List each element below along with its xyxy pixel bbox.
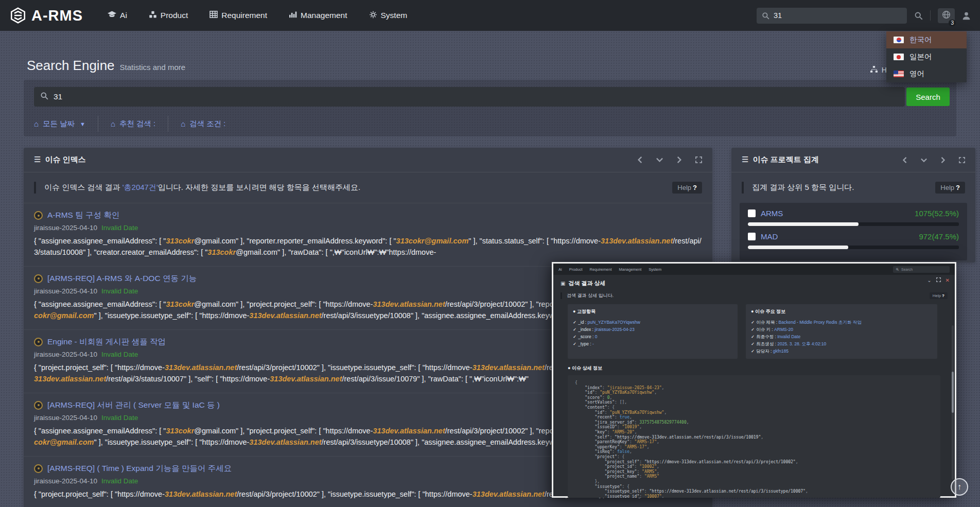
app-logo[interactable]: A-RMS: [9, 7, 83, 24]
help-badge[interactable]: Help?: [935, 182, 965, 194]
menu-item-management[interactable]: Management: [289, 11, 347, 20]
search-button[interactable]: Search: [906, 88, 950, 106]
result-item: A-RMS 팀 구성 확인 jiraissue-2025-04-10Invali…: [24, 203, 712, 266]
issue-type-icon: [34, 464, 43, 473]
panel-title: ● 이슈 주요 정보: [751, 308, 932, 315]
chevron-right-icon[interactable]: [940, 157, 946, 163]
lang-item-korean[interactable]: 한국어: [886, 31, 967, 48]
project-label[interactable]: MAD: [761, 232, 778, 241]
field-row: ✓담당자 : gkfn185: [751, 347, 932, 355]
sitemap-icon: [870, 66, 878, 74]
issue-type-icon: [34, 274, 43, 283]
filter-all-dates[interactable]: ⌂ 모든 날짜 ▼: [34, 116, 98, 132]
expand-icon[interactable]: [936, 277, 941, 283]
result-count: '총2047건': [122, 183, 158, 191]
menu-item-product[interactable]: Product: [149, 11, 188, 21]
modal-controls: ⌄ ✕: [927, 277, 950, 283]
menu-label: Requirement: [221, 11, 267, 20]
menu-label: Ai: [120, 11, 127, 20]
main-menu: Ai Product Requirement Management: [108, 11, 407, 21]
search-icon[interactable]: [914, 11, 923, 20]
question-mark-icon: ?: [942, 293, 944, 298]
checkbox[interactable]: [748, 233, 756, 240]
result-title[interactable]: [ARMS-REQ] ( Time ) Expand 기능을 만들어 주세요: [47, 463, 232, 474]
cubes-icon: [149, 11, 157, 21]
page-title: Search Engine: [27, 58, 115, 74]
menu-label: Management: [301, 11, 347, 20]
top-navbar: A-RMS Ai Product Requirement: [0, 0, 980, 31]
lang-item-japanese[interactable]: 일본어: [886, 48, 967, 65]
navbar-right: 3: [757, 8, 971, 24]
modal-message: 검색 결과 상세 입니다. Help?: [561, 292, 948, 299]
panel-title: ● 고정항목: [573, 308, 732, 315]
result-meta: jiraissue-2025-04-10Invalid Date: [34, 224, 702, 232]
message-accent-bar: [742, 182, 744, 194]
menu-item-ai[interactable]: Ai: [108, 11, 127, 21]
project-label[interactable]: ARMS: [761, 209, 783, 218]
message-text: 이슈 인덱스 검색 결과 '총2047건'입니다. 자세한 정보를 보시려면 해…: [44, 183, 360, 193]
scrollbar-thumb[interactable]: [952, 372, 954, 413]
checkbox[interactable]: [748, 209, 756, 217]
main-search-input[interactable]: [54, 92, 899, 101]
date-status: Invalid Date: [101, 351, 138, 358]
result-title[interactable]: A-RMS 팀 구성 확인: [47, 210, 119, 221]
chevron-left-icon[interactable]: [637, 156, 643, 163]
close-icon[interactable]: ✕: [946, 277, 950, 283]
aggregation-message: 집계 결과 상위 5 항목 입니다. Help?: [742, 182, 965, 194]
message-accent-bar: [561, 292, 562, 299]
filter-suggested-search[interactable]: ⌂ 추천 검색 :: [111, 116, 168, 132]
panel-controls: [637, 156, 702, 163]
progress-track: [748, 222, 959, 226]
result-title[interactable]: Engine - 비회원 게시판 샘플 작업: [47, 337, 166, 347]
date-status: Invalid Date: [101, 287, 138, 295]
lang-item-english[interactable]: 영어: [886, 65, 967, 82]
lang-label: 일본어: [909, 52, 932, 62]
result-title[interactable]: [ARMS-REQ] A-RMS 와 A-DOC 연동 기능: [47, 273, 197, 284]
modal-scrollbar[interactable]: [952, 325, 954, 480]
issue-detail-section: ● 이슈 상세 정보 { "index": "jiraissue-2025-04…: [568, 365, 940, 498]
result-title-row[interactable]: A-RMS 팀 구성 확인: [34, 210, 702, 221]
search-icon: [40, 92, 48, 102]
chevron-down-icon[interactable]: [656, 157, 663, 163]
search-icon: 🔍︎: [896, 268, 899, 271]
filter-search-condition[interactable]: ⌂ 검색 조건 :: [181, 116, 238, 132]
expand-icon[interactable]: [695, 156, 702, 163]
issue-detail-json[interactable]: { "index": "jiraissue-2025-04-23", "id":…: [568, 375, 940, 498]
chevron-down-icon[interactable]: [921, 158, 927, 163]
user-icon[interactable]: [962, 11, 971, 20]
home-icon: ⌂: [111, 119, 115, 128]
lang-label: 한국어: [909, 35, 932, 45]
scroll-to-top-button[interactable]: ↑: [951, 478, 968, 496]
arrow-up-icon: ↑: [957, 482, 961, 492]
issue-key-info-panel: ● 이슈 주요 정보 ✓이슈 제목 : Backend - Middle Pro…: [746, 304, 937, 359]
menu-item-requirement[interactable]: Requirement: [209, 11, 267, 20]
usa-flag-icon: [894, 71, 904, 77]
menu-item-system[interactable]: System: [369, 11, 408, 21]
mini-nav-item: Product: [569, 267, 583, 272]
aggregation-box: ARMS 1075(52.5%) MAD 972(47.5%): [740, 203, 967, 260]
help-badge[interactable]: Help?: [672, 182, 702, 194]
navbar-search[interactable]: [757, 8, 907, 24]
expand-icon[interactable]: [959, 157, 965, 163]
issue-index-title: ☰이슈 인덱스: [34, 155, 86, 165]
project-count: 972(47.5%): [919, 232, 959, 241]
chevron-right-icon[interactable]: [676, 156, 682, 163]
panel-controls: [902, 157, 965, 163]
help-badge[interactable]: Help?: [930, 292, 948, 299]
field-row: ✓최종수정 : Invalid Date: [751, 333, 932, 340]
table-grid-icon: [209, 11, 218, 20]
language-globe-button[interactable]: 3: [938, 8, 955, 23]
page-head: Search Engine Statistics and more: [27, 58, 185, 74]
result-title[interactable]: [ARMS-REQ] 서버 관리 ( Server 모듈 및 IaC 등 ): [47, 400, 220, 411]
project-count: 1075(52.5%): [915, 209, 959, 218]
bar-chart-icon: [289, 11, 297, 20]
filter-label: 추천 검색 :: [119, 119, 155, 129]
chevron-down-icon: ▼: [80, 121, 85, 127]
collapse-icon[interactable]: ⌄: [927, 277, 931, 283]
message-text: 검색 결과 상세 입니다.: [567, 292, 614, 299]
search-icon: [762, 12, 769, 20]
chevron-left-icon[interactable]: [902, 157, 907, 163]
main-search-box[interactable]: [34, 87, 905, 107]
modal-info-panels: ● 고정항목 ✓_id : puN_YZYBaKa7OYiqwshw ✓_ind…: [568, 304, 940, 359]
navbar-search-input[interactable]: [774, 11, 902, 20]
